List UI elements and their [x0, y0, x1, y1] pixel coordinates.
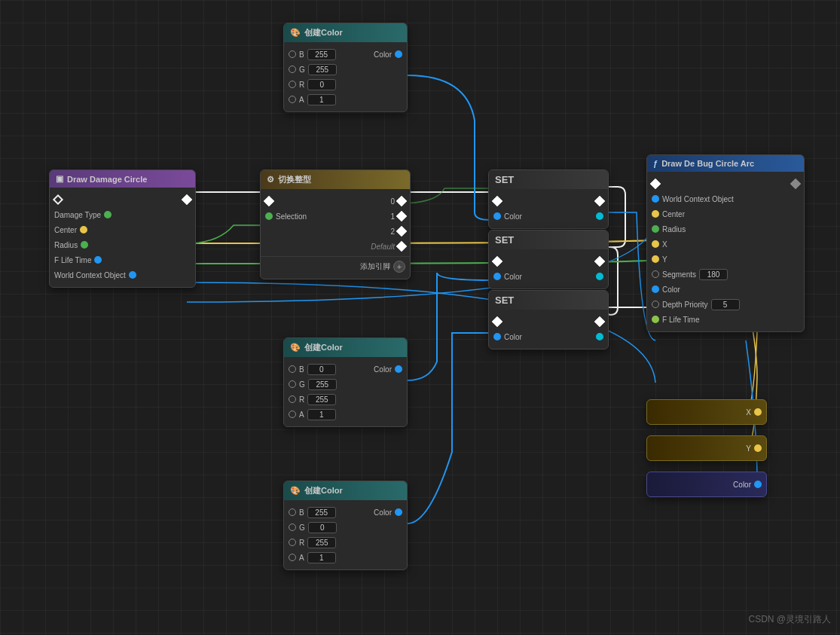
b3-input[interactable]: 255	[307, 507, 336, 518]
watermark-text: CSDN @灵境引路人	[748, 614, 831, 624]
a1-in-port[interactable]	[289, 96, 296, 103]
switch-exec-row: 0	[261, 194, 410, 209]
debug-color-port[interactable]	[652, 285, 659, 293]
exec-in-port[interactable]	[53, 194, 63, 205]
node-body-color3: B 255 Color G 0 R 255 A 1	[284, 500, 407, 569]
r3-in-port[interactable]	[289, 539, 296, 546]
a1-input[interactable]: 1	[307, 94, 336, 105]
r3-input[interactable]: 255	[307, 537, 336, 548]
flifetime-port[interactable]	[94, 256, 102, 264]
debug-segments-port[interactable]	[652, 270, 659, 278]
node-header-switch: ⚙ 切换整型	[261, 170, 410, 189]
a2-in-port[interactable]	[289, 411, 296, 418]
debug-exec-row	[647, 176, 804, 191]
r2-in-port[interactable]	[289, 395, 296, 403]
x-row: X	[647, 405, 766, 420]
r1-in-port[interactable]	[289, 81, 296, 88]
switch-addpin-row: 添加引脚 +	[261, 259, 410, 274]
switch-1-out[interactable]	[396, 211, 407, 221]
switch-default-out[interactable]	[396, 241, 407, 252]
b2-input[interactable]: 0	[307, 364, 336, 375]
set1-title: SET	[495, 174, 514, 185]
b1-input[interactable]: 255	[307, 49, 336, 60]
set3-color-out[interactable]	[596, 333, 603, 340]
node-body-debug: World Context Object Center Radius X Y S…	[647, 172, 804, 331]
node-title-debug: Draw De Bug Circle Arc	[661, 159, 754, 168]
node-header-set1: SET	[489, 170, 608, 189]
debug-segments-input[interactable]: 180	[699, 269, 728, 280]
wco-row: World Context Object	[50, 267, 195, 282]
switch-0-out[interactable]	[396, 196, 407, 206]
debug-x-row: X	[647, 237, 804, 252]
set3-color-in[interactable]	[493, 333, 501, 340]
radius-row: Radius	[50, 237, 195, 252]
center-port[interactable]	[80, 226, 87, 234]
node-title-color3: 创建Color	[304, 485, 343, 496]
switch-exec-in[interactable]	[264, 196, 274, 206]
debug-flifetime-port[interactable]	[652, 316, 659, 323]
b1-in-port[interactable]	[289, 50, 296, 58]
set3-exec-out[interactable]	[594, 316, 605, 327]
color-out-port[interactable]	[754, 481, 762, 488]
g2-input[interactable]: 255	[308, 379, 337, 390]
switch-addpin-button[interactable]: +	[393, 261, 405, 273]
debug-y-port[interactable]	[652, 255, 659, 263]
set2-exec-in[interactable]	[492, 256, 502, 267]
color1-out-port[interactable]	[395, 50, 402, 58]
g2-in-port[interactable]	[289, 380, 296, 388]
exec-out-port[interactable]	[182, 194, 192, 205]
debug-exec-in[interactable]	[650, 179, 661, 189]
g3-input[interactable]: 0	[308, 522, 337, 533]
set3-exec-in[interactable]	[492, 316, 502, 327]
debug-center-label: Center	[662, 210, 685, 218]
set1-color-out[interactable]	[596, 212, 603, 220]
color3-a-row: A 1	[284, 550, 407, 565]
node-x-output: X	[646, 399, 767, 425]
g3-in-port[interactable]	[289, 524, 296, 531]
switch-divider	[261, 256, 410, 257]
node-color-output: Color	[646, 472, 767, 497]
radius-port[interactable]	[81, 241, 88, 249]
g1-in-port[interactable]	[289, 66, 296, 73]
r1-input[interactable]: 0	[307, 79, 336, 90]
b3-in-port[interactable]	[289, 508, 296, 516]
debug-depth-port[interactable]	[652, 301, 659, 308]
r2-input[interactable]: 255	[307, 394, 336, 405]
debug-depth-input[interactable]: 5	[711, 299, 740, 310]
damage-type-port[interactable]	[104, 211, 111, 218]
set2-color-in[interactable]	[493, 273, 501, 280]
a2-input[interactable]: 1	[307, 409, 336, 420]
color3-out-port[interactable]	[395, 508, 402, 516]
set1-color-in[interactable]	[493, 212, 501, 220]
set2-color-out[interactable]	[596, 273, 603, 280]
set2-exec-out[interactable]	[594, 256, 605, 267]
a3-in-port[interactable]	[289, 554, 296, 561]
debug-radius-port[interactable]	[652, 225, 659, 233]
switch-selection-port[interactable]	[265, 212, 273, 220]
debug-center-port[interactable]	[652, 210, 659, 218]
color2-icon: 🎨	[290, 343, 301, 353]
node-header-debug: ƒ Draw De Bug Circle Arc	[647, 155, 804, 172]
color3-icon: 🎨	[290, 486, 301, 496]
debug-wco-port[interactable]	[652, 195, 659, 203]
debug-x-port[interactable]	[652, 240, 659, 248]
x-out-port[interactable]	[754, 408, 762, 416]
g1-input[interactable]: 255	[308, 64, 337, 75]
debug-depth-label: Depth Priority	[662, 301, 708, 309]
a3-input[interactable]: 1	[307, 552, 336, 563]
g3-label: G	[299, 524, 305, 532]
node-body-x: X	[647, 400, 766, 424]
switch-2-out[interactable]	[396, 226, 407, 237]
a2-label: A	[299, 411, 304, 419]
set1-exec-in[interactable]	[492, 196, 502, 206]
node-create-color-1: 🎨 创建Color B 255 Color G 255 R 0 A 1	[283, 23, 408, 112]
wco-port[interactable]	[129, 271, 136, 279]
b2-in-port[interactable]	[289, 365, 296, 373]
y-out-port[interactable]	[754, 444, 762, 452]
color3-out-label: Color	[374, 508, 392, 517]
set1-exec-out[interactable]	[594, 196, 605, 206]
watermark: CSDN @灵境引路人	[748, 613, 831, 626]
a3-label: A	[299, 554, 304, 562]
color2-out-port[interactable]	[395, 365, 402, 373]
debug-exec-out[interactable]	[790, 179, 801, 189]
